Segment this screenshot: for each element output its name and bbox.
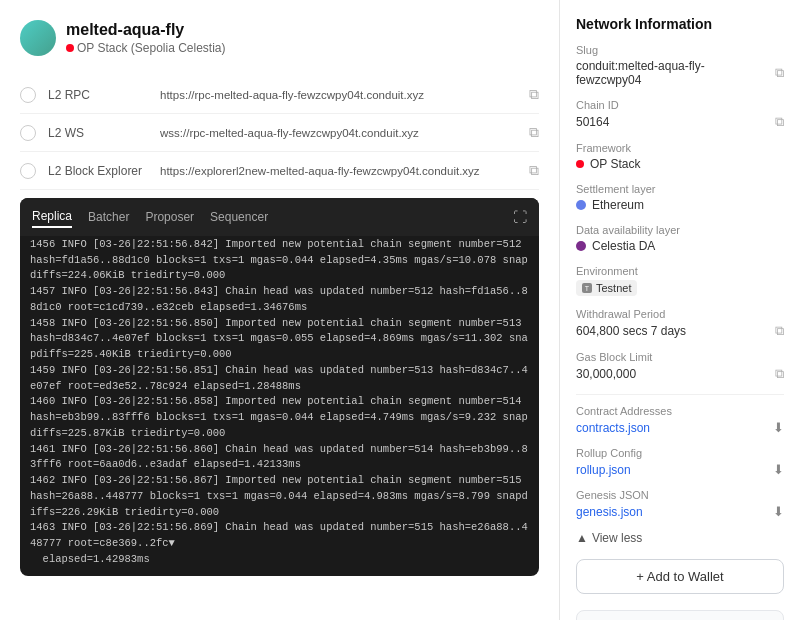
expand-icon[interactable]: ⛶: [513, 209, 527, 225]
celestia-dot: [576, 241, 586, 251]
gas-label: Gas Block Limit: [576, 351, 784, 363]
ws-row: L2 WS wss://rpc-melted-aqua-fly-fewzcwpy…: [20, 114, 539, 152]
rollup-download-icon[interactable]: ⬇: [773, 462, 784, 477]
framework-value: OP Stack: [590, 157, 640, 171]
contracts-row: Contract Addresses contracts.json ⬇: [576, 405, 784, 435]
environment-label: Environment: [576, 265, 784, 277]
framework-label: Framework: [576, 142, 784, 154]
gas-row: Gas Block Limit 30,000,000 ⧉: [576, 351, 784, 382]
side-panel: Network Information Slug conduit:melted-…: [560, 0, 800, 620]
framework-op-dot: [576, 160, 584, 168]
header-info: melted-aqua-fly OP Stack (Sepolia Celest…: [66, 21, 226, 55]
op-dot: [66, 44, 74, 52]
explorer-url: https://explorerl2new-melted-aqua-fly-fe…: [160, 165, 517, 177]
slug-row: Slug conduit:melted-aqua-fly-fewzcwpy04 …: [576, 44, 784, 87]
app-header: melted-aqua-fly OP Stack (Sepolia Celest…: [20, 20, 539, 56]
rollup-label: Rollup Config: [576, 447, 784, 459]
main-panel: melted-aqua-fly OP Stack (Sepolia Celest…: [0, 0, 560, 620]
withdrawal-label: Withdrawal Period: [576, 308, 784, 320]
withdrawal-copy-icon[interactable]: ⧉: [775, 323, 784, 339]
rpc-indicator: [20, 87, 36, 103]
genesis-link[interactable]: genesis.json: [576, 505, 643, 519]
gas-copy-icon[interactable]: ⧉: [775, 366, 784, 382]
withdrawal-row: Withdrawal Period 604,800 secs 7 days ⧉: [576, 308, 784, 339]
slug-value: conduit:melted-aqua-fly-fewzcwpy04: [576, 59, 769, 87]
environment-row: Environment T Testnet: [576, 265, 784, 296]
tab-sequencer[interactable]: Sequencer: [210, 207, 268, 227]
divider-1: [576, 394, 784, 395]
terminal-log-line: 1463 INFO [03-26|22:51:56.869] Chain hea…: [30, 520, 529, 552]
gas-value: 30,000,000: [576, 367, 636, 381]
chain-subtitle: OP Stack (Sepolia Celestia): [66, 41, 226, 55]
network-info-title: Network Information: [576, 16, 784, 32]
network-rows: L2 RPC https://rpc-melted-aqua-fly-fewzc…: [20, 76, 539, 190]
chain-id-value: 50164: [576, 115, 609, 129]
gas-value-row: 30,000,000 ⧉: [576, 366, 784, 382]
terminal-log-line: 1461 INFO [03-26|22:51:56.860] Chain hea…: [30, 442, 529, 474]
data-avail-row: Data availability layer Celestia DA: [576, 224, 784, 253]
chain-id-label: Chain ID: [576, 99, 784, 111]
testnet-badge: T Testnet: [576, 280, 637, 296]
terminal-log-line: elapsed=1.42983ms: [30, 552, 529, 568]
terminal-log-line: 1457 INFO [03-26|22:51:56.843] Chain hea…: [30, 284, 529, 316]
settlement-value-row: Ethereum: [576, 198, 784, 212]
genesis-row: Genesis JSON genesis.json ⬇: [576, 489, 784, 519]
rollup-link[interactable]: rollup.json: [576, 463, 631, 477]
ws-url: wss://rpc-melted-aqua-fly-fewzcwpy04t.co…: [160, 127, 517, 139]
view-less-btn[interactable]: ▲ View less: [576, 531, 784, 545]
framework-value-row: OP Stack: [576, 157, 784, 171]
chain-title: melted-aqua-fly: [66, 21, 226, 39]
contracts-link[interactable]: contracts.json: [576, 421, 650, 435]
slug-value-row: conduit:melted-aqua-fly-fewzcwpy04 ⧉: [576, 59, 784, 87]
settlement-label: Settlement layer: [576, 183, 784, 195]
chevron-up-icon: ▲: [576, 531, 588, 545]
chain-id-copy-icon[interactable]: ⧉: [775, 114, 784, 130]
settlement-row: Settlement layer Ethereum: [576, 183, 784, 212]
terminal-body: INFO [03-26|22:51:56.798] Imported new p…: [20, 236, 539, 576]
svg-text:T: T: [585, 285, 590, 292]
genesis-link-row: genesis.json ⬇: [576, 504, 784, 519]
terminal-log-line: 1459 INFO [03-26|22:51:56.851] Chain hea…: [30, 363, 529, 395]
data-avail-label: Data availability layer: [576, 224, 784, 236]
explorer-copy-icon[interactable]: ⧉: [529, 162, 539, 179]
withdrawal-value: 604,800 secs 7 days: [576, 324, 686, 338]
explorer-row: L2 Block Explorer https://explorerl2new-…: [20, 152, 539, 190]
genesis-download-icon[interactable]: ⬇: [773, 504, 784, 519]
terminal-log-line: 1456 INFO [03-26|22:51:56.842] Imported …: [30, 237, 529, 284]
slug-copy-icon[interactable]: ⧉: [775, 65, 784, 81]
withdrawal-value-row: 604,800 secs 7 days ⧉: [576, 323, 784, 339]
ws-label: L2 WS: [48, 126, 148, 140]
rpc-row: L2 RPC https://rpc-melted-aqua-fly-fewzc…: [20, 76, 539, 114]
tab-proposer[interactable]: Proposer: [145, 207, 194, 227]
terminal: Replica Batcher Proposer Sequencer ⛶ INF…: [20, 198, 539, 576]
rollup-link-row: rollup.json ⬇: [576, 462, 784, 477]
deploy-section: Deploy on mainnet Ready for mainnet? Req…: [576, 610, 784, 620]
slug-label: Slug: [576, 44, 784, 56]
view-less-label: View less: [592, 531, 642, 545]
add-to-wallet-button[interactable]: + Add to Wallet: [576, 559, 784, 594]
tab-batcher[interactable]: Batcher: [88, 207, 129, 227]
contracts-link-row: contracts.json ⬇: [576, 420, 784, 435]
rpc-copy-icon[interactable]: ⧉: [529, 86, 539, 103]
tab-replica[interactable]: Replica: [32, 206, 72, 228]
chain-subtitle-text: OP Stack (Sepolia Celestia): [77, 41, 226, 55]
ws-indicator: [20, 125, 36, 141]
rpc-label: L2 RPC: [48, 88, 148, 102]
terminal-log-line: 1458 INFO [03-26|22:51:56.850] Imported …: [30, 316, 529, 363]
environment-value-row: T Testnet: [576, 280, 784, 296]
add-wallet-label: + Add to Wallet: [636, 569, 723, 584]
terminal-log-line: 1462 INFO [03-26|22:51:56.867] Imported …: [30, 473, 529, 520]
ws-copy-icon[interactable]: ⧉: [529, 124, 539, 141]
avatar: [20, 20, 56, 56]
contracts-download-icon[interactable]: ⬇: [773, 420, 784, 435]
terminal-log-line: 1460 INFO [03-26|22:51:56.858] Imported …: [30, 394, 529, 441]
terminal-tab-bar: Replica Batcher Proposer Sequencer ⛶: [20, 198, 539, 236]
data-avail-value: Celestia DA: [592, 239, 655, 253]
explorer-label: L2 Block Explorer: [48, 164, 148, 178]
chain-id-value-row: 50164 ⧉: [576, 114, 784, 130]
chain-id-row: Chain ID 50164 ⧉: [576, 99, 784, 130]
genesis-label: Genesis JSON: [576, 489, 784, 501]
op-badge: OP Stack (Sepolia Celestia): [66, 41, 226, 55]
rpc-url: https://rpc-melted-aqua-fly-fewzcwpy04t.…: [160, 89, 517, 101]
framework-row: Framework OP Stack: [576, 142, 784, 171]
